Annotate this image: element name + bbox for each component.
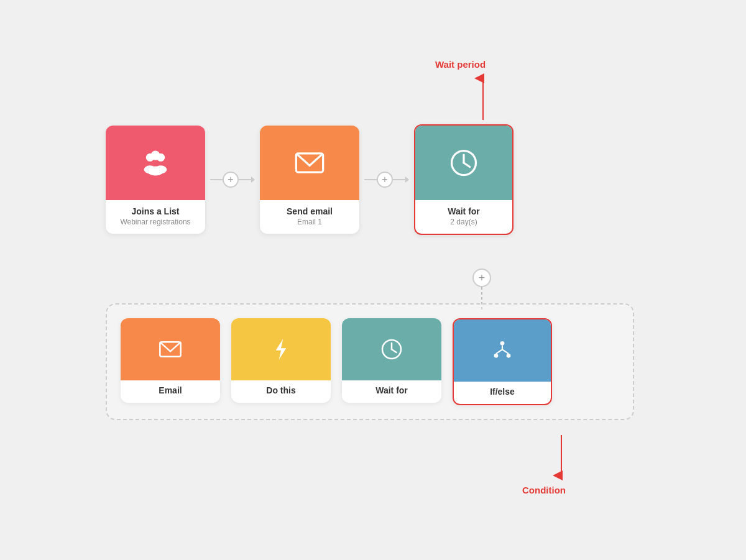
wait-for-option-label: Wait for (342, 380, 441, 403)
clock-option-icon (379, 337, 404, 362)
send-email-title: Send email (265, 206, 354, 216)
svg-line-23 (502, 349, 509, 354)
joins-list-title: Joins a List (111, 206, 200, 216)
connector-1: + (210, 172, 255, 188)
wait-period-label: Wait period (435, 59, 486, 70)
if-else-option-label: If/else (454, 382, 551, 404)
add-button-1[interactable]: + (223, 172, 239, 188)
svg-marker-14 (276, 339, 287, 359)
svg-line-17 (392, 349, 397, 352)
wait-period-arrow (474, 73, 492, 123)
email-option-card[interactable]: Email (121, 318, 220, 403)
send-email-icon-area (260, 126, 359, 200)
connector-line-4 (393, 179, 405, 180)
wait-period-annotation: Wait period (435, 59, 486, 70)
do-this-option-label: Do this (231, 380, 331, 403)
wait-for-subtitle: 2 day(s) (420, 218, 507, 226)
condition-annotation: Condition (522, 485, 566, 495)
connector-2: + (364, 172, 409, 188)
svg-point-4 (150, 151, 160, 160)
people-icon (139, 147, 172, 179)
clock-icon (448, 147, 480, 179)
wait-for-option-card[interactable]: Wait for (342, 318, 441, 403)
vertical-add-button[interactable]: + (472, 269, 491, 287)
svg-point-19 (494, 354, 499, 358)
wait-for-card[interactable]: Wait for 2 day(s) (414, 124, 513, 235)
wait-for-option-icon (342, 318, 441, 380)
svg-line-22 (496, 349, 502, 354)
email-option-svg (158, 337, 183, 362)
branch-icon (490, 338, 515, 363)
wait-for-title: Wait for (420, 206, 507, 216)
do-this-option-card[interactable]: Do this (231, 318, 331, 403)
top-row: Joins a List Webinar registrations + Sen… (106, 124, 513, 235)
svg-point-18 (500, 341, 505, 346)
joins-list-subtitle: Webinar registrations (111, 218, 200, 226)
connector-arrow-1 (251, 177, 255, 183)
email-icon (293, 147, 326, 179)
joins-list-label: Joins a List Webinar registrations (106, 200, 205, 234)
condition-arrow (552, 435, 571, 482)
connector-line-2 (239, 179, 251, 180)
svg-point-20 (507, 354, 511, 358)
send-email-subtitle: Email 1 (265, 218, 354, 226)
connector-line-1 (210, 179, 223, 180)
wait-for-label: Wait for 2 day(s) (415, 200, 512, 234)
if-else-option-card[interactable]: If/else (453, 318, 552, 405)
joins-list-icon-area (106, 126, 205, 200)
canvas: Wait period (0, 0, 746, 560)
wait-for-icon-area (415, 126, 512, 200)
connector-line-3 (364, 179, 377, 180)
email-option-label: Email (121, 380, 220, 403)
joins-list-card[interactable]: Joins a List Webinar registrations (106, 126, 205, 234)
svg-line-11 (464, 163, 470, 167)
bottom-panel: Email Do this Wait for (106, 303, 634, 420)
send-email-card[interactable]: Send email Email 1 (260, 126, 359, 234)
add-button-2[interactable]: + (377, 172, 393, 188)
lightning-icon (269, 337, 293, 362)
send-email-label: Send email Email 1 (260, 200, 359, 234)
if-else-option-icon (454, 319, 551, 382)
svg-point-7 (147, 166, 163, 175)
do-this-option-icon (231, 318, 331, 380)
email-option-icon (121, 318, 220, 380)
condition-label: Condition (522, 485, 566, 495)
connector-arrow-2 (405, 177, 409, 183)
